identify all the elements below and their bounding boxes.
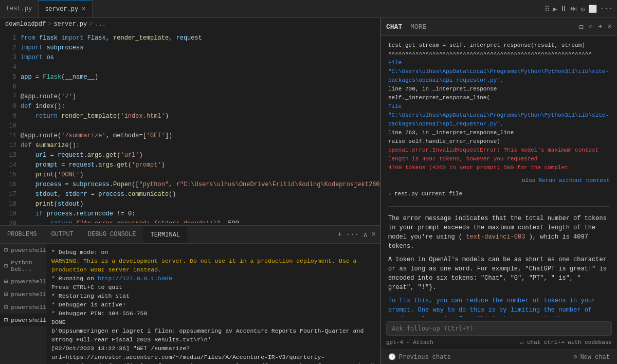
terminal-item-python[interactable]: ⊟ Python Deb... xyxy=(0,257,46,275)
terminal-item-powershell3[interactable]: ⊟ powershell xyxy=(0,288,46,301)
chat-response-1: The error message indicates that the tot… xyxy=(388,214,610,317)
add-terminal-icon[interactable]: + xyxy=(338,230,342,239)
close-chat-icon[interactable]: × xyxy=(608,23,612,31)
new-chat-btn[interactable]: ⊕ New chat xyxy=(573,353,610,361)
terminal-item-powershell4[interactable]: ⊟ powershell xyxy=(0,301,46,314)
add-icon: ⊕ xyxy=(573,353,577,361)
tab-debug-console[interactable]: DEBUG CONSOLE xyxy=(81,226,143,243)
previous-chats-label: Previous chats xyxy=(399,354,451,361)
terminal-wrapper: ⊟ powershell ⊟ Python Deb... ⊟ powershel… xyxy=(0,244,380,364)
code-content[interactable]: 123456 789101112 131415161718 1920212223… xyxy=(0,30,380,225)
chat-footer: 🕐 Previous chats ⊕ New chat xyxy=(381,350,617,364)
chat-header: CHAT MORE ⊟ ○ + × xyxy=(381,18,617,36)
restart-icon[interactable]: ↻ xyxy=(580,5,585,13)
current-file-row: ○ test.py Current file xyxy=(388,191,610,197)
terminal-item-powershell1[interactable]: ⊟ powershell xyxy=(0,244,46,257)
previous-chats-btn[interactable]: 🕐 Previous chats xyxy=(388,353,451,361)
tab-label-active: server.py xyxy=(45,6,78,13)
terminal-line: DONE xyxy=(51,318,375,326)
chat-input-meta: gpt-4 + Attach ↵ chat ctrl+⇥ with codeba… xyxy=(386,339,612,345)
user-label-row: ulso Rerun without context xyxy=(388,177,610,184)
split-terminal-icon[interactable]: ··· xyxy=(346,230,359,239)
chat-input-area: gpt-4 + Attach ↵ chat ctrl+⇥ with codeba… xyxy=(381,317,617,350)
bottom-panel: PROBLEMS OUTPUT DEBUG CONSOLE TERMINAL +… xyxy=(0,225,380,364)
terminal-label: powershell... xyxy=(11,317,46,323)
main-area: downloadpdf > server.py > ... 123456 789… xyxy=(0,18,617,364)
chat-meta-right: ↵ chat ctrl+⇥ with codebase xyxy=(520,339,612,345)
tab-label: test.py xyxy=(6,5,32,12)
code-lines: from flask import Flask, render_template… xyxy=(21,32,380,223)
chat-title: CHAT xyxy=(386,23,402,31)
breadcrumb: downloadpdf > server.py > ... xyxy=(0,18,380,30)
terminal-sidebar: ⊟ powershell ⊟ Python Deb... ⊟ powershel… xyxy=(0,244,46,364)
add-chat-icon[interactable]: + xyxy=(598,23,602,31)
close-terminal-icon[interactable]: × xyxy=(372,230,376,239)
terminal-icon: ⊟ xyxy=(4,290,8,298)
rerun-button[interactable]: Rerun without context xyxy=(538,177,610,184)
tab-server-py[interactable]: server.py × xyxy=(39,0,92,17)
clock-icon: 🕐 xyxy=(388,353,396,361)
error-block: test_get_stream = self._interpret_respon… xyxy=(388,41,610,172)
terminal-icon: ⊟ xyxy=(4,246,8,254)
tab-problems[interactable]: PROBLEMS xyxy=(0,226,44,243)
terminal-icon: ⊟ xyxy=(4,278,8,285)
tab-actions: ⠿ ▶ ⏸ ⏭ ↻ ⬜ ··· xyxy=(540,5,617,13)
chat-messages[interactable]: test_get_stream = self._interpret_respon… xyxy=(381,36,617,317)
play-icon[interactable]: ▶ xyxy=(553,5,557,13)
chat-meta-left: gpt-4 + Attach xyxy=(386,339,433,345)
tab-test-py[interactable]: test.py xyxy=(0,0,39,17)
terminal-item-powershell2[interactable]: ⊟ powershell xyxy=(0,275,46,288)
terminal-line: * Debugger PIN: 104-556-750 xyxy=(51,309,375,318)
terminal-label: powershell xyxy=(11,291,46,298)
terminal-line: * Debugger is active! xyxy=(51,300,375,309)
terminal-main[interactable]: * Debug mode: on WARNING: This is a deve… xyxy=(46,244,380,364)
editor-panel: downloadpdf > server.py > ... 123456 789… xyxy=(0,18,380,364)
chat-panel: CHAT MORE ⊟ ○ + × test_get_stream = self… xyxy=(380,18,617,364)
tab-terminal[interactable]: TERMINAL xyxy=(143,226,187,243)
line-numbers: 123456 789101112 131415161718 1920212223… xyxy=(0,32,21,223)
terminal-line: * Restarting with stat xyxy=(51,292,375,300)
user-label: ulso xyxy=(522,177,535,184)
tab-output[interactable]: OUTPUT xyxy=(44,226,81,243)
model-label: gpt-4 xyxy=(386,339,403,345)
terminal-label: powershell xyxy=(11,304,46,311)
terminal-label: powershell xyxy=(11,247,46,253)
terminal-line: Press CTRL+C to quit xyxy=(51,283,375,292)
pause-icon[interactable]: ⏸ xyxy=(560,5,567,13)
chat-header-actions: ⊟ ○ + × xyxy=(579,23,612,31)
terminal-line: * Running on http://127.0.0.1:5000 xyxy=(51,274,375,283)
attach-button[interactable]: + Attach xyxy=(406,339,433,345)
chat-input-row xyxy=(386,321,612,336)
popout-icon[interactable]: ⊟ xyxy=(579,23,583,31)
bottom-tabs: PROBLEMS OUTPUT DEBUG CONSOLE TERMINAL +… xyxy=(0,226,380,244)
terminal-line: [02/Oct/2023 13:22:36] "GET /summarize?u… xyxy=(51,344,375,364)
chat-input[interactable] xyxy=(386,321,612,336)
submit-hint: ↵ chat ctrl+⇥ with codebase xyxy=(520,339,612,345)
terminal-icon: ⊟ xyxy=(4,262,8,270)
terminal-content: * Debug mode: on WARNING: This is a deve… xyxy=(46,244,380,364)
history-icon[interactable]: ○ xyxy=(589,23,593,31)
maximize-terminal-icon[interactable]: ∧ xyxy=(363,230,367,239)
divider xyxy=(388,206,610,207)
terminal-line: * Debug mode: on xyxy=(51,248,375,257)
new-chat-label: New chat xyxy=(580,354,610,361)
terminal-label: Python Deb... xyxy=(11,259,42,272)
terminal-icon: ⊟ xyxy=(4,303,8,311)
terminal-label: powershell xyxy=(11,278,46,285)
chat-more[interactable]: MORE xyxy=(410,23,426,31)
code-area: 123456 789101112 131415161718 1920212223… xyxy=(0,30,380,225)
terminal-warn: WARNING: This is a development server. D… xyxy=(51,257,375,274)
bottom-tab-actions: + ··· ∧ × xyxy=(334,230,380,239)
tab-bar: test.py server.py × ⠿ ▶ ⏸ ⏭ ↻ ⬜ ··· xyxy=(0,0,617,18)
more-actions-icon[interactable]: ··· xyxy=(600,5,613,13)
terminal-item-powershell5[interactable]: ⊟ powershell... xyxy=(0,314,46,326)
stop-icon[interactable]: ⬜ xyxy=(588,5,597,13)
terminal-icon: ⊟ xyxy=(4,316,8,324)
split-icon[interactable]: ⠿ xyxy=(545,5,550,13)
terminal-line: b'Oppsummeringen er lagret i filen: opps… xyxy=(51,326,375,344)
editor-bottom: 123456 789101112 131415161718 1920212223… xyxy=(0,30,380,364)
tab-close-icon[interactable]: × xyxy=(81,5,85,13)
step-icon[interactable]: ⏭ xyxy=(570,5,577,13)
current-file-label: test.py Current file xyxy=(394,191,462,197)
